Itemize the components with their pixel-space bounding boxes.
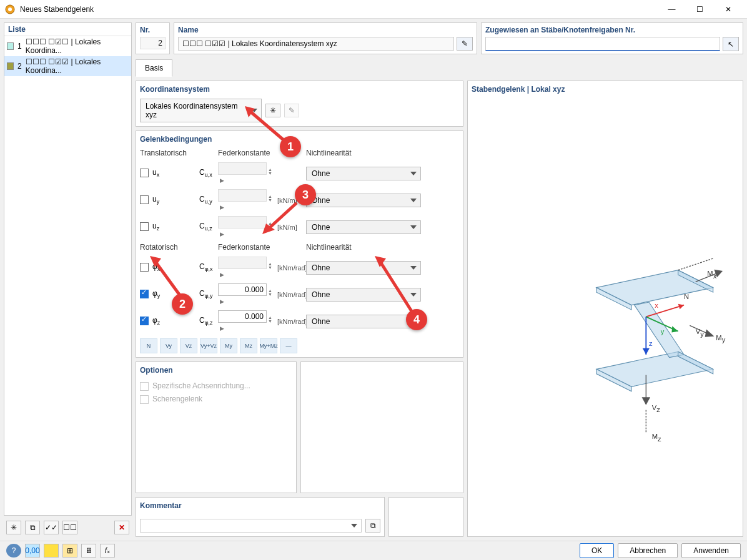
uy-checkbox[interactable] <box>140 195 149 204</box>
svg-marker-13 <box>671 326 678 332</box>
list-header: Liste <box>4 23 131 36</box>
preview-title: Stabendgelenk | Lokal xyz <box>472 85 739 94</box>
list-item[interactable]: 1 ☐☐☐ ☐☑☐ | Lokales Koordina... <box>4 36 131 56</box>
preset-mz[interactable]: Mz <box>240 338 257 353</box>
rot-header: Rotatorisch <box>140 243 199 252</box>
edit-name-button[interactable]: ✎ <box>457 37 473 51</box>
app-icon <box>5 4 15 14</box>
opt-axis-label: Spezifische Achsenrichtung... <box>152 381 250 390</box>
spring-header2: Federkonstante <box>218 243 306 252</box>
preset-vz[interactable]: Vz <box>180 338 197 353</box>
phix-checkbox[interactable] <box>140 263 149 272</box>
apply-button[interactable]: Anwenden <box>681 543 741 558</box>
color-button[interactable] <box>44 544 59 558</box>
preset-clear[interactable]: — <box>280 338 297 353</box>
list-item-num: 1 <box>17 42 22 51</box>
uz-spring-input <box>218 216 267 228</box>
display-button[interactable]: 🖥 <box>81 544 96 558</box>
svg-line-36 <box>267 203 297 230</box>
svg-point-1 <box>8 7 12 11</box>
preset-n[interactable]: N <box>140 338 157 353</box>
assigned-input[interactable] <box>485 37 720 51</box>
uz-c-label: Cu,z <box>199 222 218 232</box>
phiz-spring-input[interactable] <box>218 310 267 323</box>
svg-text:z: z <box>649 340 653 347</box>
options-panel: Optionen Spezifische Achsenrichtung... S… <box>136 361 297 493</box>
comment-combo[interactable] <box>140 519 362 533</box>
preset-vyvz[interactable]: Vy+Vz <box>200 338 217 353</box>
phix-spring-input <box>218 257 267 269</box>
name-label: Name <box>178 26 473 34</box>
uy-nl-combo[interactable]: Ohne <box>306 194 421 207</box>
hinge-preset-icons: N Vy Vz Vy+Vz My Mz My+Mz — <box>140 338 459 353</box>
uz-checkbox[interactable] <box>140 222 149 231</box>
assigned-label: Zugewiesen an Stäbe/Knotenfreigaben Nr. <box>485 26 739 34</box>
phiy-spring-input[interactable] <box>218 283 267 296</box>
close-button[interactable]: ✕ <box>714 0 742 19</box>
tab-basis[interactable]: Basis <box>136 59 172 77</box>
uncheck-all-button[interactable]: ☐☐ <box>62 521 77 534</box>
phiz-nl-combo[interactable]: Ohne <box>306 315 421 328</box>
ux-nl-combo[interactable]: Ohne <box>306 167 421 180</box>
opt-scissor-label: Scherengelenk <box>152 395 202 403</box>
svg-marker-26 <box>643 398 650 404</box>
svg-text:N: N <box>684 293 689 300</box>
svg-line-38 <box>380 261 412 312</box>
svg-line-24 <box>678 258 713 270</box>
opt-scissor-checkbox[interactable] <box>140 395 149 404</box>
nl-header: Nichtlinearität <box>306 149 459 157</box>
comment-header: Kommentar <box>140 501 380 510</box>
phiy-c-label: Cφ,y <box>199 289 218 299</box>
phix-c-label: Cφ,x <box>199 262 218 272</box>
svg-marker-29 <box>706 330 713 336</box>
maximize-button[interactable]: ☐ <box>686 0 714 19</box>
preset-my[interactable]: My <box>220 338 237 353</box>
preset-vy[interactable]: Vy <box>160 338 177 353</box>
svg-marker-4 <box>635 302 684 358</box>
ux-checkbox[interactable] <box>140 169 149 177</box>
svg-text:x: x <box>655 302 658 309</box>
layout-button[interactable]: ⊞ <box>62 544 77 558</box>
blank-panel-2 <box>388 497 463 537</box>
bottom-bar: ? 0,00 ⊞ 🖥 fₓ OK Abbrechen Anwenden <box>0 541 747 560</box>
opt-axis-checkbox[interactable] <box>140 382 149 391</box>
preset-mymz[interactable]: My+Mz <box>260 338 277 353</box>
preview-graphic: x y z Mx N Vy My Vz <box>561 241 736 474</box>
list-toolbar: ✳ ⧉ ✓✓ ☐☐ ✕ <box>4 518 132 537</box>
check-all-button[interactable]: ✓✓ <box>44 521 59 534</box>
list-item-num: 2 <box>17 62 22 71</box>
ux-c-label: Cu,x <box>199 168 218 178</box>
svg-line-34 <box>155 261 180 295</box>
pick-members-button[interactable]: ↖ <box>723 37 739 51</box>
ok-button[interactable]: OK <box>580 543 614 558</box>
minimize-button[interactable]: — <box>658 0 686 19</box>
annotation-1: 1 <box>280 136 301 157</box>
phiy-checkbox[interactable] <box>140 290 149 298</box>
titlebar: Neues Stabendgelenk — ☐ ✕ <box>0 0 747 19</box>
list-item[interactable]: 2 ☐☐☐ ☐☑☑ | Lokales Koordina... <box>4 56 131 76</box>
cancel-button[interactable]: Abbrechen <box>618 543 678 558</box>
phiz-unit: [kNm/rad] <box>277 318 306 325</box>
help-button[interactable]: ? <box>6 544 21 558</box>
phiz-checkbox[interactable] <box>140 317 149 325</box>
color-swatch <box>7 42 14 50</box>
units-button[interactable]: 0,00 <box>25 544 40 558</box>
function-button[interactable]: fₓ <box>100 544 115 558</box>
copy-item-button[interactable]: ⧉ <box>25 521 40 534</box>
list-item-label: ☐☐☐ ☐☑☑ | Lokales Koordina... <box>26 57 129 75</box>
new-item-button[interactable]: ✳ <box>6 521 21 534</box>
phix-unit: [kNm/rad] <box>277 264 306 272</box>
phiz-c-label: Cφ,z <box>199 316 218 326</box>
svg-marker-10 <box>678 303 684 308</box>
nr-input[interactable] <box>140 37 166 49</box>
svg-text:Mz: Mz <box>652 433 661 443</box>
phiy-unit: [kNm/rad] <box>277 291 306 298</box>
name-input[interactable] <box>178 37 454 51</box>
coordsys-header: Koordinatensystem <box>140 85 459 94</box>
uz-nl-combo[interactable]: Ohne <box>306 220 421 234</box>
comment-library-button[interactable]: ⧉ <box>365 519 380 533</box>
nl-header2: Nichtlinearität <box>306 243 459 252</box>
preview-panel: Stabendgelenk | Lokal xyz <box>467 81 743 537</box>
delete-item-button[interactable]: ✕ <box>114 521 129 534</box>
svg-text:Vz: Vz <box>652 403 660 413</box>
